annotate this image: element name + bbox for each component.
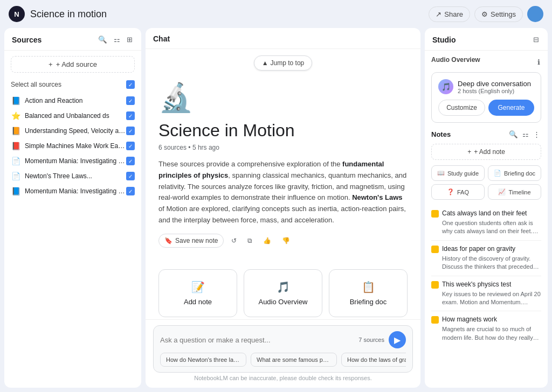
source-item[interactable]: ⭐ Balanced and Unbalanced ds xyxy=(4,108,141,123)
tool-icon: 📈 xyxy=(498,188,506,195)
source-item[interactable]: 📘 Action and Reaction xyxy=(4,93,141,108)
generate-button[interactable]: Generate xyxy=(488,100,534,116)
tool-label: Briefing doc xyxy=(504,170,535,177)
topbar: N Science in motion ↗ Share ⚙ Settings xyxy=(0,0,552,28)
main-layout: Sources 🔍 ⚏ ⊞ + + Add source Select all … xyxy=(0,28,552,392)
notes-more-button[interactable]: ⋮ xyxy=(532,129,541,139)
chevron-up-icon: ▲ xyxy=(262,59,268,67)
source-item[interactable]: 📘 Momentum Mania: Investigating th... xyxy=(4,184,141,199)
suggestion-chip[interactable]: How do the laws of gra at very high spee… xyxy=(341,353,406,367)
notes-filter-button[interactable]: ⚏ xyxy=(521,129,530,139)
source-checkbox[interactable] xyxy=(126,187,135,195)
source-checkbox[interactable] xyxy=(126,172,135,180)
sources-panel: Sources 🔍 ⚏ ⊞ + + Add source Select all … xyxy=(4,28,141,388)
chat-input-row: 7 sources ▶ xyxy=(160,331,406,348)
quick-card-icon: 📋 xyxy=(362,281,375,293)
share-icon: ↗ xyxy=(436,10,441,18)
studio-panel-header: Studio ⊟ xyxy=(425,28,548,51)
chat-sources-badge: 7 sources xyxy=(358,337,384,343)
description-end: of Motion are explored, clarifying conce… xyxy=(158,205,406,224)
source-item[interactable]: 📄 Newton's Three Laws... xyxy=(4,169,141,184)
note-item[interactable]: Ideas for paper on gravity History of th… xyxy=(431,241,541,276)
source-icon: 📕 xyxy=(11,141,20,151)
chat-doc-title: Science in Motion xyxy=(158,121,408,141)
tool-icon: 📄 xyxy=(494,170,501,177)
save-new-note-button[interactable]: 🔖 Save new note xyxy=(158,234,224,248)
audio-info-button[interactable]: ℹ xyxy=(536,57,541,67)
copy-icon: ⧉ xyxy=(247,237,252,244)
source-checkbox[interactable] xyxy=(126,111,135,120)
share-button[interactable]: ↗ Share xyxy=(429,6,470,22)
source-icon: ⭐ xyxy=(11,111,20,121)
note-title: Ideas for paper on gravity xyxy=(442,245,515,253)
user-avatar[interactable] xyxy=(527,6,543,22)
copy-button[interactable]: ⧉ xyxy=(244,235,256,247)
note-item[interactable]: Cats always land on their feet One quest… xyxy=(431,205,541,241)
notes-search-button[interactable]: 🔍 xyxy=(508,129,519,139)
source-item[interactable]: 📕 Simple Machines Make Work Easier... xyxy=(4,138,141,153)
refresh-icon: ↺ xyxy=(231,237,237,244)
suggestions-row: How do Newton's three laws of motion exp… xyxy=(160,353,406,367)
quick-action-card[interactable]: 🎵 Audio Overview xyxy=(244,269,322,317)
note-item-header: Ideas for paper on gravity xyxy=(431,245,541,253)
source-checkbox[interactable] xyxy=(126,142,135,150)
sources-filter-button[interactable]: ⚏ xyxy=(113,34,121,45)
quick-action-card[interactable]: 📝 Add note xyxy=(158,269,237,317)
source-checkbox[interactable] xyxy=(126,127,135,135)
quick-card-label: Add note xyxy=(184,298,212,306)
source-icon: 📘 xyxy=(11,186,20,196)
source-item[interactable]: 📙 Understanding Speed, Velocity and... xyxy=(4,123,141,138)
sources-panel-header: Sources 🔍 ⚏ ⊞ xyxy=(4,28,141,51)
sources-layout-button[interactable]: ⊞ xyxy=(126,34,134,45)
source-checkbox[interactable] xyxy=(126,157,135,165)
customize-button[interactable]: Customize xyxy=(438,100,485,116)
audio-card-header: 🎵 Deep dive conversation 2 hosts (Englis… xyxy=(438,79,534,94)
chat-input[interactable] xyxy=(160,336,354,344)
chat-meta: 6 sources • 5 hrs ago xyxy=(158,144,408,151)
tool-label: Study guide xyxy=(447,170,479,177)
quick-card-label: Briefing doc xyxy=(350,298,387,306)
quick-action-card[interactable]: 📋 Briefing doc xyxy=(329,269,408,317)
source-icon: 📘 xyxy=(11,96,20,106)
source-item[interactable]: 📄 Momentum Mania: Investigating th... xyxy=(4,153,141,169)
tool-icon: 📖 xyxy=(437,170,445,177)
quick-card-icon: 📝 xyxy=(191,281,205,293)
note-item[interactable]: How magnets work Magnets are crucial to … xyxy=(431,311,541,346)
settings-button[interactable]: ⚙ Settings xyxy=(474,6,523,22)
add-source-button[interactable]: + + Add source xyxy=(11,56,135,73)
source-list: 📘 Action and Reaction ⭐ Balanced and Unb… xyxy=(4,93,141,388)
notes-list: Cats always land on their feet One quest… xyxy=(431,205,541,346)
suggestion-chip[interactable]: What are some famous physics experiments… xyxy=(251,353,337,367)
note-preview: Magnets are crucial to so much of modern… xyxy=(431,325,541,342)
refresh-button[interactable]: ↺ xyxy=(228,235,240,247)
plus-icon: + xyxy=(49,60,53,68)
plus-icon-note: + xyxy=(467,148,471,156)
note-tool-button[interactable]: 📖Study guide xyxy=(431,165,485,181)
studio-layout-button[interactable]: ⊟ xyxy=(532,34,540,45)
note-title: This week's physics test xyxy=(442,281,511,288)
thumbs-up-button[interactable]: 👍 xyxy=(260,235,274,247)
note-tool-button[interactable]: 📄Briefing doc xyxy=(488,165,541,181)
select-all-checkbox[interactable] xyxy=(126,80,135,89)
source-checkbox[interactable] xyxy=(126,96,135,105)
send-button[interactable]: ▶ xyxy=(389,331,406,348)
sources-search-button[interactable]: 🔍 xyxy=(97,34,108,45)
suggestion-chip[interactable]: How do Newton's three laws of motion exp… xyxy=(160,353,246,367)
chat-panel: Chat ▲ Jump to top 🔬 Science in Motion 6… xyxy=(146,28,420,388)
studio-content: Audio Overview ℹ 🎵 Deep dive conversatio… xyxy=(425,51,548,388)
note-tool-button[interactable]: ❓FAQ xyxy=(431,184,485,200)
jump-to-top-button[interactable]: ▲ Jump to top xyxy=(254,55,313,71)
more-icon: ⋮ xyxy=(533,130,540,138)
search-icon: 🔍 xyxy=(98,36,107,44)
thumbs-down-button[interactable]: 👎 xyxy=(279,235,293,247)
chat-content: ▲ Jump to top 🔬 Science in Motion 6 sour… xyxy=(146,49,420,319)
search-icon-notes: 🔍 xyxy=(509,130,518,138)
layout-icon: ⊞ xyxy=(127,36,133,44)
send-icon: ▶ xyxy=(394,335,401,345)
source-item-left: 📕 Simple Machines Make Work Easier... xyxy=(11,141,126,151)
note-tool-button[interactable]: 📈Timeline xyxy=(488,184,541,200)
audio-card: 🎵 Deep dive conversation 2 hosts (Englis… xyxy=(431,72,541,123)
note-item[interactable]: This week's physics test Key issues to b… xyxy=(431,276,541,312)
thumbs-down-icon: 👎 xyxy=(282,237,290,244)
add-note-button[interactable]: + + Add note xyxy=(431,144,541,160)
